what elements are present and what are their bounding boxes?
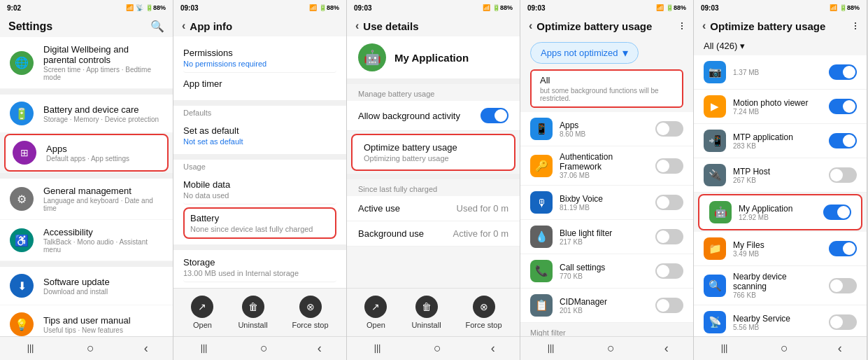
cid-toggle[interactable] xyxy=(655,298,683,313)
list-item[interactable]: 💧 Blue light filter 217 KB xyxy=(520,220,693,254)
nav-bar-2: ⫼ ○ ‹ xyxy=(173,336,346,360)
nav-back-2[interactable]: ‹ xyxy=(318,341,322,356)
list-item[interactable]: 🔑 Authentication Framework 37.06 MB xyxy=(520,146,693,186)
list-item[interactable]: ▶ Motion photo viewer 7.24 MB xyxy=(694,90,867,124)
bixby-toggle[interactable] xyxy=(655,195,683,210)
app-timer-item[interactable]: App timer xyxy=(183,74,336,93)
list-item[interactable]: 📞 Call settings 770 KB xyxy=(520,254,693,289)
nav-back-4[interactable]: ‹ xyxy=(664,341,669,356)
status-icons-1: 📶 📡 🔋88% xyxy=(126,4,166,11)
settings-item-digital-wellbeing[interactable]: 🌐 Digital Wellbeing and parental control… xyxy=(0,37,173,88)
all-count-selector[interactable]: All (426) ▾ xyxy=(704,41,857,51)
nav-home[interactable]: ○ xyxy=(87,341,94,356)
panel-app-info: 09:03 📶 🔋88% ‹ App info Permissions No p… xyxy=(173,0,347,360)
open-icon-3: ↗ xyxy=(364,296,387,318)
list-item[interactable]: 📱 Apps 8.60 MB xyxy=(520,112,693,146)
back-btn-5[interactable]: ‹ Optimize battery usage xyxy=(702,20,825,32)
apps-toggle[interactable] xyxy=(655,121,683,137)
storage-item[interactable]: Storage 13.00 MB used in Internal storag… xyxy=(183,253,336,282)
motion-toggle[interactable] xyxy=(829,99,857,114)
nav-home-2[interactable]: ○ xyxy=(260,341,268,356)
mobile-data-item[interactable]: Mobile data No data used xyxy=(183,175,336,205)
nearby-service-toggle[interactable] xyxy=(829,314,857,330)
nav-bar-3: ⫼ ○ ‹ xyxy=(347,336,520,360)
settings-item-battery[interactable]: 🔋 Battery and device care Storage · Memo… xyxy=(0,95,173,132)
settings-item-general[interactable]: ⚙ General management Language and keyboa… xyxy=(0,179,173,219)
battery-usage-item[interactable]: Battery None since device last fully cha… xyxy=(183,207,336,239)
settings-item-accessibility[interactable]: ♿ Accessibility TalkBack · Mono audio · … xyxy=(0,220,173,261)
force-stop-button[interactable]: ⊗ Force stop xyxy=(292,296,329,329)
accessibility-title: Accessibility xyxy=(43,227,163,237)
back-btn-4[interactable]: ‹ Optimize battery usage xyxy=(529,20,652,32)
nav-home-4[interactable]: ○ xyxy=(607,341,615,356)
force-stop-button-3[interactable]: ⊗ Force stop xyxy=(466,296,502,329)
filter-chip[interactable]: Apps not optimized ▾ xyxy=(530,42,639,64)
open-label: Open xyxy=(193,321,212,329)
uninstall-button-3[interactable]: 🗑 Uninstall xyxy=(411,296,441,329)
bluelight-size: 217 KB xyxy=(560,238,648,246)
list-item[interactable]: 🔌 MTP Host 267 KB xyxy=(694,158,867,193)
back-btn-3[interactable]: ‹ Use details xyxy=(355,20,419,32)
battery-care-title: Battery and device care xyxy=(43,104,159,115)
nav-recent-5[interactable]: ⫼ xyxy=(718,341,731,356)
nav-recent-2[interactable]: ⫼ xyxy=(198,341,211,356)
nav-recent-3[interactable]: ⫼ xyxy=(371,341,384,356)
mtp-host-toggle[interactable] xyxy=(829,167,857,183)
list-item[interactable]: 📡 Nearby Service 5.56 MB xyxy=(694,305,867,336)
auth-toggle[interactable] xyxy=(655,158,683,174)
nav-recent[interactable]: ⫼ xyxy=(24,341,37,356)
storage-label: Storage xyxy=(183,257,336,268)
permissions-item[interactable]: Permissions No permissions required xyxy=(183,43,336,73)
call-name: Call settings xyxy=(560,263,648,272)
list-item[interactable]: 📷 1.37 MB xyxy=(694,55,867,90)
menu-icon-5[interactable]: ⫶ xyxy=(853,20,858,32)
nav-recent-4[interactable]: ⫼ xyxy=(545,341,557,356)
tips-icon: 💡 xyxy=(10,312,34,336)
search-all-box[interactable]: All but some background functions will b… xyxy=(530,69,683,108)
allow-background-toggle[interactable] xyxy=(481,108,508,123)
nav-back-5[interactable]: ‹ xyxy=(838,341,842,356)
status-icons-3: 📶 🔋88% xyxy=(483,4,513,11)
menu-icon-4[interactable]: ⫶ xyxy=(679,20,685,32)
my-app-toggle[interactable] xyxy=(823,205,851,220)
signal-icon-4: 📶 xyxy=(656,4,664,11)
uninstall-button[interactable]: 🗑 Uninstall xyxy=(238,296,267,329)
my-app-row[interactable]: 🤖 My Application 12.92 MB xyxy=(698,194,862,230)
nav-bar-1: ⫼ ○ ‹ xyxy=(0,336,173,360)
battery-icon-3: 🔋88% xyxy=(492,4,513,11)
nearby-scan-toggle[interactable] xyxy=(829,278,857,293)
nav-home-5[interactable]: ○ xyxy=(781,341,788,356)
list-item[interactable]: 📋 CIDManager 201 KB xyxy=(520,289,693,323)
search-all-note: but some background functions will be re… xyxy=(540,87,674,102)
defaults-section: Defaults Set as default Not set as defau… xyxy=(173,106,346,154)
settings-item-software-update[interactable]: ⬇ Software update Download and install xyxy=(0,267,173,305)
back-btn-2[interactable]: ‹ App info xyxy=(182,20,232,32)
search-icon[interactable]: 🔍 xyxy=(150,20,164,33)
list-item[interactable]: 🔍 Nearby device scanning 766 KB xyxy=(694,266,867,305)
my-files-toggle[interactable] xyxy=(829,241,857,256)
open-button-3[interactable]: ↗ Open xyxy=(364,296,387,329)
optimize-battery-row[interactable]: Optimize battery usage Optimizing batter… xyxy=(351,134,515,171)
set-default-item[interactable]: Set as default Not set as default xyxy=(183,121,336,150)
bluelight-toggle[interactable] xyxy=(655,229,683,244)
battery-usage-label: Battery xyxy=(190,213,329,223)
call-toggle[interactable] xyxy=(655,263,683,279)
app1-toggle[interactable] xyxy=(829,64,857,80)
list-item[interactable]: 📁 My Files 3.49 MB xyxy=(694,232,867,266)
open-button[interactable]: ↗ Open xyxy=(191,296,213,329)
list-item[interactable]: 🎙 Bixby Voice 81.19 MB xyxy=(520,186,693,220)
active-use-row: Active use Used for 0 m xyxy=(347,196,520,221)
nav-back-3[interactable]: ‹ xyxy=(491,341,495,356)
bixby-info: Bixby Voice 81.19 MB xyxy=(560,194,648,212)
apps-title: Apps xyxy=(46,144,129,154)
list-item[interactable]: 📲 MTP application 283 KB xyxy=(694,124,867,158)
nav-back[interactable]: ‹ xyxy=(144,341,148,356)
might-filter-label: Might filter xyxy=(520,323,693,336)
nav-home-3[interactable]: ○ xyxy=(434,341,441,356)
accessibility-subtitle: TalkBack · Mono audio · Assistant menu xyxy=(43,238,163,254)
settings-item-apps[interactable]: ⊞ Apps Default apps · App settings xyxy=(4,134,169,172)
allow-background-row[interactable]: Allow background activity xyxy=(347,101,520,131)
active-use-label: Active use xyxy=(358,203,400,214)
mtp-app-toggle[interactable] xyxy=(829,133,857,148)
settings-item-tips[interactable]: 💡 Tips and user manual Useful tips · New… xyxy=(0,305,173,336)
